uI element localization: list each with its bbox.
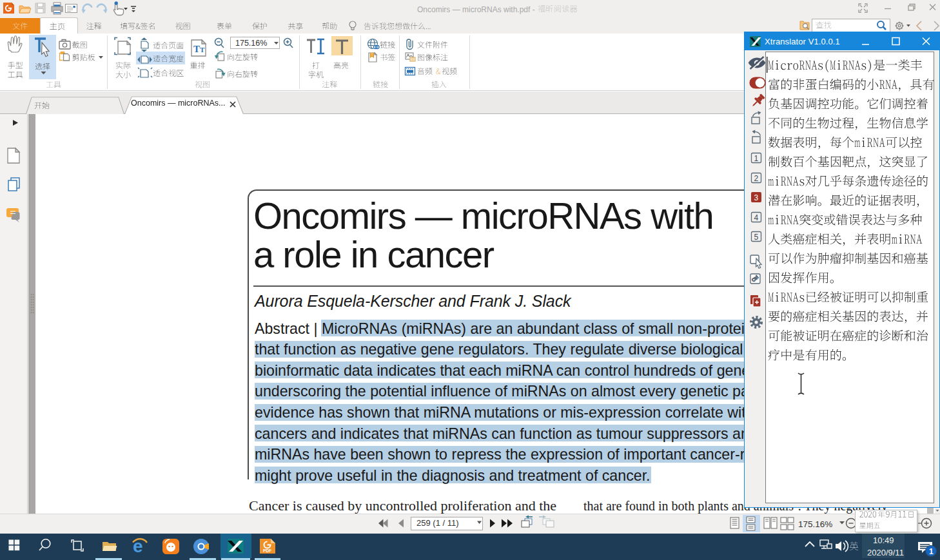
svg-text:4: 4 xyxy=(754,213,759,222)
svg-text:5: 5 xyxy=(754,233,759,242)
svg-text:T: T xyxy=(193,44,200,54)
svg-text:T: T xyxy=(200,46,205,53)
svg-text:2: 2 xyxy=(754,174,759,183)
svg-text:PDF: PDF xyxy=(263,548,271,553)
svg-text:1: 1 xyxy=(754,154,759,163)
svg-text:3: 3 xyxy=(754,193,759,202)
svg-text:1: 1 xyxy=(929,547,934,556)
